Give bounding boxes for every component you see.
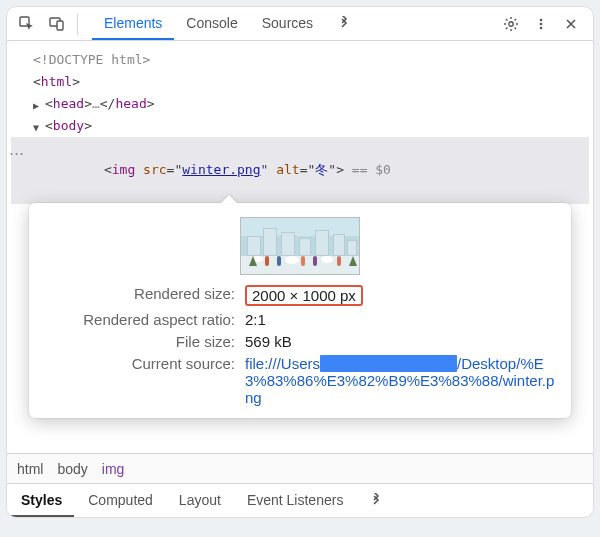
- label-current-source: Current source:: [45, 355, 235, 406]
- crumb-img[interactable]: img: [102, 461, 125, 477]
- dom-tree[interactable]: <!DOCTYPE html> <html> ▶<head>…</head> ▼…: [7, 41, 593, 214]
- tabs-overflow-icon[interactable]: [325, 8, 363, 40]
- svg-line-11: [515, 19, 516, 20]
- devtools-toolbar: Elements Console Sources: [7, 7, 593, 41]
- svg-line-10: [506, 27, 507, 28]
- svg-point-13: [540, 22, 543, 25]
- tab-sources[interactable]: Sources: [250, 8, 325, 40]
- kebab-menu-icon[interactable]: [527, 10, 555, 38]
- image-thumbnail: [240, 217, 360, 275]
- breadcrumb: html body img: [7, 453, 593, 483]
- node-actions-icon[interactable]: ⋯: [9, 140, 25, 166]
- img-node-selected[interactable]: ⋯<img src="winter.png" alt="冬"> == $0: [11, 137, 589, 203]
- divider: [77, 13, 78, 35]
- expand-arrow-icon[interactable]: ▶: [33, 97, 39, 114]
- svg-line-9: [515, 27, 516, 28]
- inspect-element-icon[interactable]: [13, 10, 41, 38]
- collapse-arrow-icon[interactable]: ▼: [33, 119, 39, 136]
- html-open-node[interactable]: <html>: [11, 71, 589, 93]
- gear-icon[interactable]: [497, 10, 525, 38]
- value-rendered-size: 2000 × 1000 px: [245, 285, 555, 306]
- svg-point-3: [509, 21, 513, 25]
- tab-elements[interactable]: Elements: [92, 8, 174, 40]
- svg-point-14: [540, 26, 543, 29]
- doctype-node[interactable]: <!DOCTYPE html>: [11, 49, 589, 71]
- label-aspect-ratio: Rendered aspect ratio:: [45, 311, 235, 328]
- label-rendered-size: Rendered size:: [45, 285, 235, 306]
- value-aspect-ratio: 2:1: [245, 311, 555, 328]
- image-info-popover: Rendered size: 2000 × 1000 px Rendered a…: [29, 203, 571, 418]
- tab-computed[interactable]: Computed: [76, 484, 165, 517]
- close-icon[interactable]: [557, 10, 585, 38]
- crumb-body[interactable]: body: [57, 461, 87, 477]
- tab-styles[interactable]: Styles: [9, 484, 74, 517]
- label-file-size: File size:: [45, 333, 235, 350]
- tab-layout[interactable]: Layout: [167, 484, 233, 517]
- panel-tabs: Elements Console Sources: [92, 8, 495, 40]
- value-file-size: 569 kB: [245, 333, 555, 350]
- svg-line-8: [506, 19, 507, 20]
- device-toggle-icon[interactable]: [43, 10, 71, 38]
- body-open-node[interactable]: ▼<body>: [11, 115, 589, 137]
- head-node[interactable]: ▶<head>…</head>: [11, 93, 589, 115]
- svg-rect-2: [57, 21, 63, 30]
- svg-point-12: [540, 18, 543, 21]
- styles-tabs: Styles Computed Layout Event Listeners: [7, 483, 593, 517]
- tab-console[interactable]: Console: [174, 8, 249, 40]
- value-current-source[interactable]: file:///Usersxxxxxxxxxxxxxxxxxx/Desktop/…: [245, 355, 555, 406]
- crumb-html[interactable]: html: [17, 461, 43, 477]
- tab-event-listeners[interactable]: Event Listeners: [235, 484, 356, 517]
- bottom-tabs-overflow-icon[interactable]: [357, 484, 395, 517]
